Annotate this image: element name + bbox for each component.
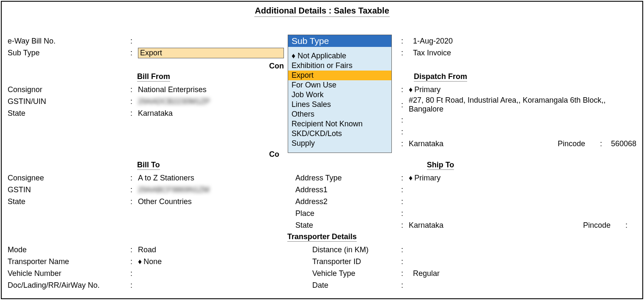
colon: : [401, 221, 409, 230]
vehicle-type-value[interactable]: Regular [409, 269, 636, 278]
colon: : [401, 128, 409, 136]
colon: : [401, 209, 409, 218]
trans-date-label: Date [295, 281, 401, 290]
distance-label: Distance (in KM) [295, 245, 401, 254]
consignor-state-label: State [8, 109, 130, 118]
dispatch-from-header: Dispatch From [414, 72, 467, 82]
subtype-option[interactable]: Job Work [288, 90, 391, 100]
subtype-label: Sub Type [8, 49, 130, 57]
disp-pincode-value: 560068 [608, 139, 636, 148]
subtype-option[interactable]: Others [288, 109, 391, 119]
colon: : [401, 174, 409, 183]
colon: : [401, 139, 409, 148]
ship-place-label: Place [295, 209, 401, 218]
subtype-option[interactable]: ♦ Not Applicable [288, 51, 391, 61]
colon: : [130, 174, 138, 183]
consignee-section-partial: Co [269, 150, 279, 159]
subtype-dropdown-header: Sub Type [288, 35, 391, 47]
subtype-option[interactable]: For Own Use [288, 80, 391, 90]
eway-bill-label: e-Way Bill No. [8, 37, 130, 46]
colon: : [401, 197, 409, 206]
consignee-state-label: State [8, 197, 130, 206]
mode-value[interactable]: Road [138, 245, 287, 254]
vehicle-type-label: Vehicle Type [295, 269, 401, 278]
ship-addrtype-value: Primary [409, 174, 636, 183]
ship-addr1-label: Address1 [295, 185, 401, 194]
subtype-option[interactable]: Exhibition or Fairs [288, 61, 391, 71]
date-value: 1-Aug-2020 [409, 37, 636, 46]
colon: : [401, 281, 409, 290]
subtype-input[interactable]: Export [138, 48, 287, 58]
colon: : [130, 85, 138, 94]
consignee-gstin-value: 29AABCF9869N1ZM [138, 185, 287, 194]
doc-no-label: Doc/Lading/RR/AirWay No. [8, 281, 130, 290]
colon: : [130, 245, 138, 254]
page-title: Additional Details : Sales Taxable [8, 6, 636, 16]
consignor-gstin-label: GSTIN/UIN [8, 97, 130, 106]
colon: : [401, 37, 409, 46]
colon: : [401, 269, 409, 278]
colon: : [401, 116, 409, 125]
colon: : [130, 257, 138, 266]
colon: : [130, 281, 138, 290]
consignee-gstin-label: GSTIN [8, 185, 130, 194]
colon: : [130, 49, 138, 57]
transporter-header: Transporter Details [287, 232, 357, 242]
ship-addr2-label: Address2 [295, 197, 401, 206]
consignor-gstin-value: 29AADCB2230M1ZP [138, 97, 287, 106]
colon: : [625, 221, 633, 230]
trans-name-value[interactable]: None [138, 257, 287, 266]
consignee-value: A to Z Stationers [138, 174, 287, 183]
subtype-value[interactable]: Export [138, 48, 284, 58]
subtype-option[interactable]: SKD/CKD/Lots [288, 129, 391, 139]
disp-state-value: Karnataka [409, 139, 558, 148]
colon: : [130, 109, 138, 118]
colon: : [401, 257, 409, 266]
mode-label: Mode [8, 245, 130, 254]
subtype-option[interactable]: Recipient Not Known [288, 119, 391, 129]
ship-pincode-value[interactable] [633, 221, 636, 230]
ship-state-label: State [295, 221, 401, 230]
subtype-option[interactable]: Supply [288, 139, 391, 148]
colon: : [130, 197, 138, 206]
colon: : [401, 245, 409, 254]
subtype-option[interactable]: Export [288, 71, 391, 80]
consignor-label: Consignor [8, 85, 130, 94]
consignor-section-partial: Con [269, 62, 284, 71]
ship-addrtype-label: Address Type [295, 174, 401, 183]
colon: : [401, 49, 409, 57]
colon: : [130, 37, 138, 46]
disp-addr1-value: #27, 80 Ft Road, Industrial Area,, Koram… [409, 96, 636, 114]
colon: : [130, 185, 138, 194]
colon: : [130, 269, 138, 278]
bill-from-header: Bill From [137, 72, 170, 82]
consignee-state-value: Other Countries [138, 197, 287, 206]
vehicle-no-label: Vehicle Number [8, 269, 130, 278]
colon: : [401, 185, 409, 194]
trans-id-label: Transporter ID [295, 257, 401, 266]
ship-state-value: Karnataka [409, 221, 583, 230]
bill-to-header: Bill To [137, 161, 160, 170]
colon: : [600, 139, 608, 148]
consignor-state-value: Karnataka [138, 109, 287, 118]
ship-pincode-label: Pincode [583, 221, 625, 230]
trans-name-label: Transporter Name [8, 257, 130, 266]
colon: : [130, 97, 138, 106]
ship-to-header: Ship To [427, 161, 454, 170]
consignor-value: National Enterprises [138, 85, 287, 94]
colon: : [401, 101, 409, 109]
doc-type-value: Tax Invoice [409, 49, 636, 57]
disp-pincode-label: Pincode [558, 139, 600, 148]
colon: : [401, 85, 409, 94]
consignee-label: Consignee [8, 174, 130, 183]
subtype-dropdown[interactable]: Sub Type ♦ Not ApplicableExhibition or F… [288, 35, 392, 153]
subtype-option[interactable]: Lines Sales [288, 100, 391, 109]
disp-addrtype-value: Primary [409, 85, 636, 94]
